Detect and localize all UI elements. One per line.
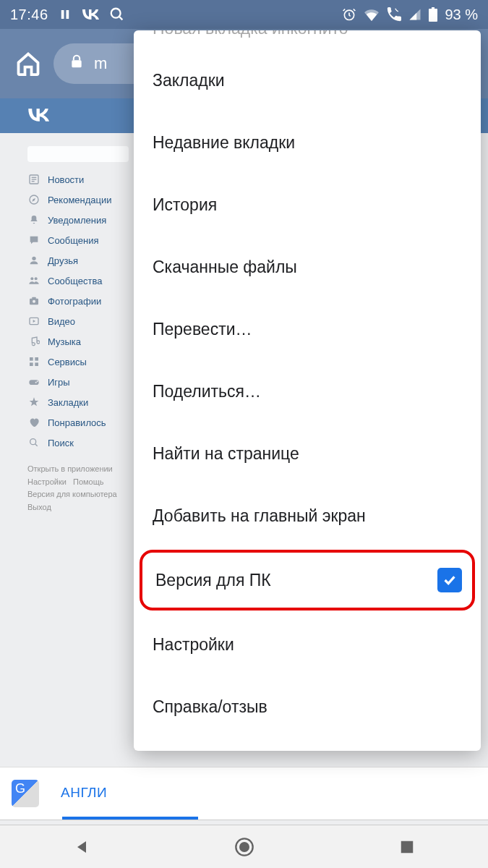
status-right: 93 %: [342, 7, 478, 23]
footer-logout[interactable]: Выход: [27, 501, 51, 514]
footer-help[interactable]: Помощь: [73, 476, 104, 489]
sidebar-item-label: Видео: [48, 316, 75, 327]
sidebar-item-users[interactable]: Сообщества: [27, 271, 143, 291]
lock-icon: [69, 53, 84, 75]
menu-item-label: Добавить на главный экран: [153, 506, 366, 526]
google-translate-bar[interactable]: G АНГЛИ: [0, 767, 488, 820]
menu-item-6[interactable]: Найти на странице: [134, 422, 481, 485]
svg-point-25: [35, 382, 37, 383]
menu-item-2[interactable]: История: [134, 174, 481, 236]
menu-item-1[interactable]: Недавние вкладки: [134, 111, 481, 174]
menu-item-4[interactable]: Перевести…: [134, 298, 481, 360]
svg-point-27: [30, 439, 36, 445]
svg-rect-7: [72, 60, 81, 67]
svg-line-3: [119, 17, 122, 20]
checkbox-checked-icon[interactable]: [437, 568, 462, 592]
menu-item-incognito[interactable]: Новая вкладка инкогнито: [134, 30, 481, 49]
clock: 17:46: [10, 7, 48, 23]
sidebar-item-chat[interactable]: Сообщения: [27, 230, 143, 250]
sidebar-item-label: Новости: [48, 174, 84, 185]
footer-desktop[interactable]: Версия для компьютера: [27, 488, 117, 501]
sidebar-item-label: Сообщения: [48, 235, 99, 246]
google-translate-icon: G: [12, 780, 39, 807]
sidebar-item-user[interactable]: Друзья: [27, 250, 143, 271]
menu-item-label: Версия для ПК: [155, 571, 271, 590]
sidebar-item-compass[interactable]: Рекомендации: [27, 190, 143, 210]
menu-item-7[interactable]: Добавить на главный экран: [134, 485, 481, 547]
footer-open-app[interactable]: Открыть в приложении: [27, 463, 113, 476]
svg-rect-24: [29, 380, 38, 385]
services-icon: [27, 355, 40, 368]
battery-percent: 93 %: [445, 7, 478, 23]
sidebar-item-label: Друзья: [48, 255, 78, 266]
game-icon: [27, 375, 40, 388]
android-nav-bar: [0, 825, 488, 868]
menu-item-8[interactable]: Версия для ПК: [140, 550, 475, 610]
url-text: m: [94, 54, 107, 73]
svg-rect-20: [30, 357, 33, 361]
pause-icon: [59, 8, 72, 21]
status-left: 17:46: [10, 7, 125, 23]
svg-rect-0: [61, 10, 64, 19]
sidebar-item-label: Рекомендации: [48, 195, 112, 205]
menu-item-label: Перевести…: [153, 320, 252, 339]
profile-link[interactable]: [27, 146, 129, 162]
star-icon: [27, 396, 40, 409]
alarm-icon: [342, 7, 356, 22]
users-icon: [27, 274, 40, 287]
translate-tab-english[interactable]: АНГЛИ: [61, 785, 107, 803]
menu-item-label: Поделиться…: [153, 382, 261, 401]
recents-button[interactable]: [393, 833, 421, 861]
vk-logo-icon[interactable]: [27, 106, 49, 126]
search-icon: [27, 436, 40, 449]
sidebar-item-label: Уведомления: [48, 215, 106, 226]
menu-item-9[interactable]: Настройки: [134, 613, 481, 676]
menu-item-label: Недавние вкладки: [153, 133, 295, 153]
sidebar-item-heart[interactable]: Понравилось: [27, 412, 143, 433]
bell-icon: [27, 213, 40, 226]
sidebar-item-star[interactable]: Закладки: [27, 392, 143, 412]
menu-item-label: Справка/отзыв: [153, 697, 267, 717]
svg-rect-18: [32, 297, 35, 299]
menu-item-label: История: [153, 195, 217, 215]
sidebar-item-label: Сообщества: [48, 276, 103, 286]
vk-sidebar: НовостиРекомендацииУведомленияСообщенияД…: [27, 146, 143, 514]
vk-notification-icon: [82, 8, 99, 21]
battery-icon: [429, 7, 437, 22]
menu-item-0[interactable]: Закладки: [134, 49, 481, 111]
svg-point-13: [32, 257, 35, 260]
wifi-calling-icon: [387, 7, 401, 22]
sidebar-item-news[interactable]: Новости: [27, 169, 143, 190]
svg-rect-22: [30, 362, 33, 366]
sidebar-footer: Открыть в приложении Настройки Помощь Ве…: [27, 463, 143, 514]
svg-point-15: [35, 277, 38, 280]
svg-rect-23: [35, 362, 38, 366]
footer-settings[interactable]: Настройки: [27, 476, 67, 489]
back-button[interactable]: [67, 833, 96, 861]
sidebar-item-label: Музыка: [48, 336, 81, 347]
music-icon: [27, 335, 40, 348]
video-icon: [27, 315, 40, 328]
chrome-menu: Новая вкладка инкогнито ЗакладкиНедавние…: [134, 30, 481, 751]
sidebar-item-music[interactable]: Музыка: [27, 331, 143, 352]
svg-rect-5: [429, 9, 437, 22]
menu-item-5[interactable]: Поделиться…: [134, 360, 481, 422]
sidebar-item-label: Фотографии: [48, 296, 101, 307]
sidebar-item-bell[interactable]: Уведомления: [27, 210, 143, 230]
home-button[interactable]: [13, 48, 43, 79]
menu-item-label: Настройки: [153, 635, 234, 655]
sidebar-item-label: Понравилось: [48, 417, 106, 428]
sidebar-item-search[interactable]: Поиск: [27, 433, 143, 453]
compass-icon: [27, 193, 40, 206]
home-nav-button[interactable]: [230, 833, 259, 861]
sidebar-item-services[interactable]: Сервисы: [27, 352, 143, 372]
sidebar-item-game[interactable]: Игры: [27, 372, 143, 392]
sidebar-item-video[interactable]: Видео: [27, 311, 143, 331]
menu-item-3[interactable]: Скачанные файлы: [134, 236, 481, 298]
wifi-icon: [364, 8, 380, 21]
svg-point-14: [30, 277, 33, 280]
user-icon: [27, 254, 40, 267]
menu-item-10[interactable]: Справка/отзыв: [134, 676, 481, 738]
sidebar-item-camera[interactable]: Фотографии: [27, 291, 143, 311]
tab-indicator: [62, 817, 198, 820]
